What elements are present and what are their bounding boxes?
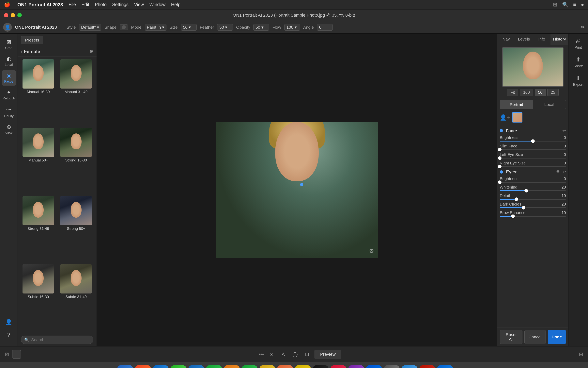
close-button[interactable] — [4, 13, 8, 17]
list-item[interactable]: Manual 31-49 — [58, 59, 94, 125]
tool-add-person[interactable]: 👤 — [2, 317, 16, 327]
eyes-brightness-slider[interactable] — [500, 182, 566, 183]
menubar-edit[interactable]: Edit — [81, 2, 89, 7]
dock-podcasts[interactable]: 🎙 — [348, 365, 364, 368]
dock-appstore[interactable]: A — [366, 365, 382, 368]
minimize-button[interactable] — [11, 13, 15, 17]
add-face-icon[interactable]: 👤+ — [500, 114, 510, 121]
list-item[interactable]: Strong 16-30 — [58, 128, 94, 194]
share-action[interactable]: ⬆ Share — [573, 56, 583, 68]
mask-tool-bottom[interactable]: ⊡ — [303, 350, 311, 359]
dock-music[interactable]: 🎵 — [331, 365, 346, 368]
dock-finder[interactable]: 🔵 — [117, 365, 133, 368]
dock-notes[interactable]: 📄 — [295, 365, 311, 368]
cancel-button[interactable]: Cancel — [524, 330, 545, 344]
zoom-fit-button[interactable]: Fit — [507, 89, 518, 96]
zoom-25-button[interactable]: 25 — [547, 89, 558, 96]
canvas-image[interactable]: ⚙ — [216, 122, 378, 258]
brow-enhance-slider[interactable] — [500, 216, 566, 217]
menubar-view[interactable]: View — [134, 2, 144, 7]
tool-crop[interactable]: ⊠ Crop — [2, 37, 16, 52]
back-to-categories[interactable]: ‹ Female — [21, 49, 40, 54]
search-input[interactable] — [31, 337, 90, 342]
tool-liquify[interactable]: 〜 Liquify — [2, 104, 16, 120]
brush-tool-bottom[interactable]: ◯ — [291, 350, 299, 359]
right-eye-thumb[interactable] — [498, 165, 501, 168]
eye-visibility-icon[interactable]: 👁 — [556, 169, 560, 175]
dock-safari[interactable]: 🧭 — [153, 365, 169, 368]
tool-retouch[interactable]: ✦ Retouch — [2, 87, 16, 102]
mode-dropdown[interactable]: Paint In ▾ — [145, 24, 167, 31]
tab-local[interactable]: Local — [533, 100, 566, 109]
tab-portrait[interactable]: Portrait — [500, 100, 533, 109]
shape-dropdown[interactable] — [120, 24, 128, 30]
tool-local[interactable]: ◐ Local — [2, 54, 16, 69]
dock-mail[interactable]: ✉ — [188, 365, 204, 368]
canvas-settings-icon[interactable]: ⚙ — [369, 248, 374, 254]
tool-view[interactable]: ⊕ View — [2, 122, 16, 137]
menubar-app-name[interactable]: ON1 Portrait AI 2023 — [17, 2, 63, 8]
dock-appletv[interactable]: 📺 — [313, 365, 329, 368]
detail-thumb[interactable] — [515, 197, 518, 201]
done-button[interactable]: Done — [548, 330, 566, 344]
eyes-brightness-thumb[interactable] — [498, 180, 501, 184]
menubar-settings[interactable]: Settings — [112, 2, 129, 7]
crop-tool-bottom[interactable]: ⊠ — [267, 350, 276, 359]
menubar-photo[interactable]: Photo — [95, 2, 107, 7]
text-tool-bottom[interactable]: A — [279, 350, 288, 359]
tab-nav[interactable]: Nav — [497, 34, 515, 45]
tool-faces[interactable]: ◉ Faces — [2, 70, 16, 86]
apple-menu[interactable]: 🍎 — [4, 1, 10, 8]
export-action[interactable]: ⬇ Export — [573, 74, 583, 87]
presets-button[interactable]: Presets — [21, 36, 43, 44]
opacity-input[interactable]: 50 ▾ — [253, 24, 269, 31]
detail-slider[interactable] — [500, 199, 566, 200]
slim-face-thumb[interactable] — [498, 148, 501, 151]
slim-face-slider[interactable] — [500, 149, 566, 150]
print-action[interactable]: 🖨 Print — [575, 37, 582, 50]
list-item[interactable]: Strong 31-49 — [20, 196, 56, 262]
menubar-search[interactable]: 🔍 — [562, 1, 569, 8]
menubar-help[interactable]: Help — [171, 2, 180, 7]
list-item[interactable]: Subtle 16-30 — [20, 264, 56, 330]
preview-button[interactable]: Preview — [315, 350, 341, 359]
left-eye-slider[interactable] — [500, 158, 566, 158]
panel-toggle-icon[interactable]: ⊠ — [5, 351, 9, 357]
flow-input[interactable]: 100 ▾ — [284, 24, 300, 31]
dock-systemprefs[interactable]: ⚙ — [384, 365, 400, 368]
whitening-thumb[interactable] — [524, 189, 528, 193]
brightness-thumb[interactable] — [531, 139, 535, 143]
tool-help[interactable]: ? — [2, 330, 16, 340]
style-dropdown[interactable]: Default* ▾ — [79, 24, 102, 31]
feather-input[interactable]: 50 ▾ — [217, 24, 233, 31]
zoom-100-button[interactable]: 100 — [520, 89, 533, 96]
bottom-tool-active[interactable] — [12, 350, 21, 359]
size-input[interactable]: 50 ▾ — [181, 24, 197, 31]
whitening-slider[interactable] — [500, 190, 566, 191]
tab-info[interactable]: Info — [533, 34, 551, 45]
dock-downloader[interactable]: ⬇ — [437, 365, 453, 368]
dark-circles-thumb[interactable] — [522, 206, 526, 210]
menubar-file[interactable]: File — [69, 2, 76, 7]
dock-maps[interactable]: 🗺 — [206, 365, 222, 368]
tab-history[interactable]: History — [551, 34, 568, 45]
list-item[interactable]: Manual 50+ — [20, 128, 56, 194]
list-item[interactable]: Manual 16-30 — [20, 59, 56, 125]
right-eye-slider[interactable] — [500, 166, 566, 167]
dock-photos[interactable]: 🌸 — [224, 365, 240, 368]
menubar-notification[interactable]: ≡ — [573, 1, 576, 8]
dock-on1[interactable]: 🎨 — [419, 365, 435, 368]
brow-enhance-thumb[interactable] — [511, 214, 515, 218]
dock-launchpad[interactable]: ⊞ — [135, 365, 151, 368]
dark-circles-slider[interactable] — [500, 207, 566, 208]
zoom-50-button[interactable]: 50 — [535, 89, 546, 96]
menubar-window[interactable]: Window — [149, 2, 166, 7]
maximize-button[interactable] — [17, 13, 22, 17]
dock-trash[interactable]: 🗑 — [455, 365, 471, 368]
face-reset-icon[interactable]: ↩ — [562, 128, 566, 133]
face-thumbnail[interactable] — [512, 112, 522, 122]
left-eye-thumb[interactable] — [498, 156, 501, 160]
eyes-reset-icon[interactable]: ↩ — [562, 169, 566, 175]
dock-facetime[interactable]: 📹 — [242, 365, 257, 368]
dock-messages[interactable]: 💬 — [171, 365, 186, 368]
